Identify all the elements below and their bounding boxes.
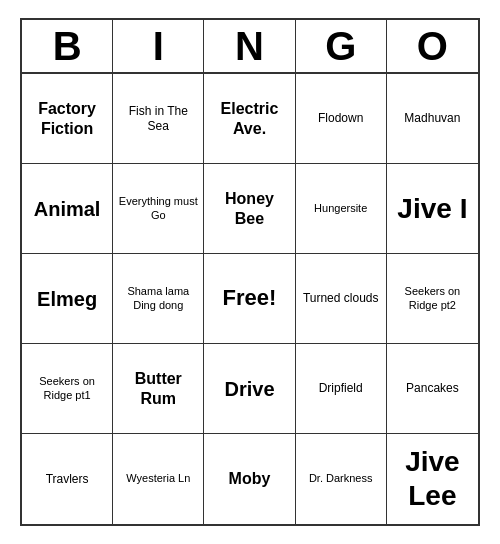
bingo-cell: Moby xyxy=(204,434,295,524)
bingo-cell: Travlers xyxy=(22,434,113,524)
bingo-cell: Hungersite xyxy=(296,164,387,254)
bingo-cell: Everything must Go xyxy=(113,164,204,254)
bingo-cell: Dripfield xyxy=(296,344,387,434)
bingo-cell: Flodown xyxy=(296,74,387,164)
bingo-card: BINGO Factory FictionFish in The SeaElec… xyxy=(20,18,480,526)
bingo-cell: Fish in The Sea xyxy=(113,74,204,164)
bingo-cell: Seekers on Ridge pt1 xyxy=(22,344,113,434)
bingo-cell: Electric Ave. xyxy=(204,74,295,164)
bingo-cell: Elmeg xyxy=(22,254,113,344)
bingo-cell: Animal xyxy=(22,164,113,254)
bingo-cell: Butter Rum xyxy=(113,344,204,434)
bingo-header: BINGO xyxy=(22,20,478,74)
bingo-cell: Free! xyxy=(204,254,295,344)
bingo-cell: Shama lama Ding dong xyxy=(113,254,204,344)
bingo-cell: Drive xyxy=(204,344,295,434)
header-letter: N xyxy=(204,20,295,72)
bingo-cell: Jive Lee xyxy=(387,434,478,524)
bingo-cell: Turned clouds xyxy=(296,254,387,344)
bingo-cell: Dr. Darkness xyxy=(296,434,387,524)
bingo-cell: Pancakes xyxy=(387,344,478,434)
header-letter: B xyxy=(22,20,113,72)
header-letter: G xyxy=(296,20,387,72)
bingo-cell: Madhuvan xyxy=(387,74,478,164)
bingo-cell: Seekers on Ridge pt2 xyxy=(387,254,478,344)
header-letter: I xyxy=(113,20,204,72)
header-letter: O xyxy=(387,20,478,72)
bingo-cell: Honey Bee xyxy=(204,164,295,254)
bingo-grid: Factory FictionFish in The SeaElectric A… xyxy=(22,74,478,524)
bingo-cell: Jive I xyxy=(387,164,478,254)
bingo-cell: Wyesteria Ln xyxy=(113,434,204,524)
bingo-cell: Factory Fiction xyxy=(22,74,113,164)
